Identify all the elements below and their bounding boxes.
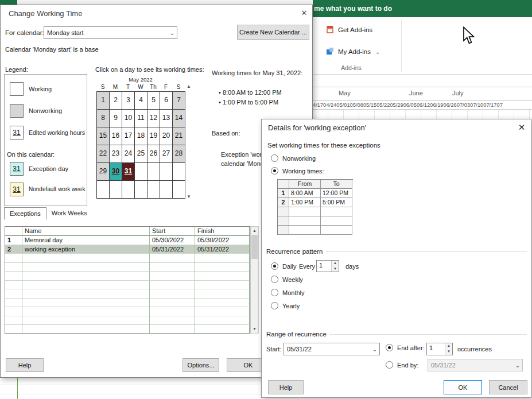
- calendar-day-cell[interactable]: 15: [97, 127, 110, 145]
- calendar-day-cell[interactable]: 29: [97, 163, 110, 181]
- table-cell: [22, 289, 150, 299]
- monthly-radio[interactable]: Monthly: [271, 289, 305, 296]
- column-header: [278, 180, 289, 189]
- table-cell: 2: [5, 245, 22, 254]
- calendar-day-cell[interactable]: 28: [173, 145, 185, 163]
- tab-work-weeks[interactable]: Work Weeks: [46, 207, 92, 220]
- table-row[interactable]: [5, 272, 250, 281]
- calendar-day-cell[interactable]: 9: [110, 110, 122, 127]
- calendar-day-cell[interactable]: 26: [147, 145, 160, 163]
- table-row[interactable]: [5, 263, 250, 272]
- table-row[interactable]: [278, 226, 353, 235]
- calendar-day-cell[interactable]: 25: [135, 145, 147, 163]
- table-row[interactable]: 21:00 PM5:00 PM: [278, 198, 353, 207]
- end-by-date-select: 05/31/22 ⌄: [428, 359, 523, 371]
- calendar-day-cell[interactable]: 2: [110, 92, 122, 110]
- cancel-button[interactable]: Cancel: [489, 380, 527, 394]
- calendar-day-cell[interactable]: 27: [160, 145, 173, 163]
- calendar-day-cell[interactable]: 13: [160, 110, 173, 127]
- table-cell: [195, 325, 250, 334]
- calendar-day-cell[interactable]: 4: [135, 92, 147, 110]
- stepper-up-icon[interactable]: ▲: [332, 261, 339, 266]
- yearly-radio[interactable]: Yearly: [271, 302, 300, 309]
- table-row[interactable]: [5, 289, 250, 299]
- monthly-label: Monthly: [282, 289, 305, 296]
- range-of-recurrence-label: Range of recurrence: [266, 331, 327, 338]
- table-row[interactable]: 18:00 AM12:00 PM: [278, 189, 353, 198]
- end-after-radio[interactable]: End after:: [386, 344, 425, 351]
- calendar-day-cell[interactable]: 3: [122, 92, 135, 110]
- calendar-day-cell[interactable]: 21: [173, 127, 185, 145]
- calendar-day-cell[interactable]: 5: [147, 92, 160, 110]
- exceptions-scrollbar[interactable]: ▲ ▼: [250, 226, 259, 334]
- close-icon[interactable]: ✕: [517, 122, 527, 133]
- radio-selected-icon: [271, 167, 278, 175]
- table-row[interactable]: [5, 299, 250, 308]
- calendar-day-cell[interactable]: 24: [122, 145, 135, 163]
- occurrences-stepper[interactable]: 1 ▲▼: [426, 343, 453, 355]
- table-cell: [150, 325, 195, 334]
- calendar-day-cell[interactable]: 16: [110, 127, 122, 145]
- table-row[interactable]: [5, 281, 250, 290]
- working-times-radio[interactable]: Working times:: [271, 167, 324, 175]
- help-button[interactable]: Help: [6, 358, 44, 372]
- end-by-radio[interactable]: End by:: [386, 361, 418, 369]
- table-row[interactable]: [5, 316, 250, 326]
- calendar-day-cell[interactable]: 1: [97, 92, 110, 110]
- calendar-day-cell[interactable]: 19: [147, 127, 160, 145]
- calendar-day-cell[interactable]: 6: [160, 92, 173, 110]
- table-row[interactable]: [5, 325, 250, 334]
- calendar-day-cell[interactable]: 20: [160, 127, 173, 145]
- ok-button[interactable]: OK: [444, 380, 482, 394]
- calendar-day-cell[interactable]: 17: [122, 127, 135, 145]
- tell-me-box[interactable]: me what you want to do: [313, 0, 532, 17]
- table-cell: [321, 216, 352, 226]
- close-icon[interactable]: ✕: [299, 8, 309, 18]
- calendar-day-cell[interactable]: 10: [122, 110, 135, 127]
- table-row[interactable]: [278, 216, 353, 226]
- table-row[interactable]: [5, 254, 250, 263]
- calendar-day-cell[interactable]: 30: [110, 163, 122, 181]
- nonworking-radio[interactable]: Nonworking: [271, 154, 316, 162]
- weekly-radio[interactable]: Weekly: [271, 276, 303, 283]
- table-row[interactable]: [5, 307, 250, 316]
- calendar-day-cell[interactable]: 7: [173, 92, 185, 110]
- stepper-down-icon[interactable]: ▼: [445, 349, 452, 355]
- calendar-select[interactable]: Monday start ⌄: [44, 26, 177, 39]
- help-button[interactable]: Help: [268, 380, 304, 394]
- table-row[interactable]: 1Memorial day05/30/202205/30/2022: [5, 236, 250, 245]
- table-cell: 1: [278, 189, 289, 198]
- scrollbar-thumb[interactable]: [251, 235, 258, 259]
- table-row[interactable]: 2working exception05/31/202205/31/2022: [5, 245, 250, 254]
- calendar-day-cell[interactable]: 31: [122, 163, 135, 181]
- create-new-calendar-button[interactable]: Create New Calendar ...: [237, 25, 309, 40]
- daily-radio[interactable]: Daily: [271, 262, 296, 270]
- every-days-stepper[interactable]: 1 ▲▼: [316, 260, 339, 272]
- calendar-scroll-down-icon[interactable]: ▼: [187, 195, 191, 199]
- calendar-day-cell[interactable]: 14: [173, 110, 185, 127]
- calendar-day-cell[interactable]: 18: [135, 127, 147, 145]
- calendar-day-cell[interactable]: 23: [110, 145, 122, 163]
- addins-icon: [325, 47, 335, 57]
- start-date-select[interactable]: 05/31/22 ⌄: [284, 343, 380, 355]
- base-calendar-text: Calendar 'Monday start' is a base: [5, 46, 99, 53]
- calendar-day-cell: [135, 181, 147, 199]
- chevron-down-icon: ⌄: [168, 30, 177, 36]
- tab-exceptions[interactable]: Exceptions: [4, 207, 46, 220]
- calendar-day-cell[interactable]: 22: [97, 145, 110, 163]
- stepper-up-icon[interactable]: ▲: [445, 343, 452, 349]
- table-row[interactable]: [278, 207, 353, 216]
- options-button[interactable]: Options...: [182, 358, 219, 372]
- table-cell: [5, 281, 22, 290]
- stepper-down-icon[interactable]: ▼: [332, 266, 339, 272]
- my-addins-button[interactable]: My Add-ins ⌄: [325, 45, 380, 58]
- scroll-down-icon[interactable]: ▼: [253, 325, 257, 333]
- calendar-day-header: W: [134, 84, 147, 91]
- screen: me what you want to do Get Add-ins My Ad…: [0, 0, 532, 399]
- get-addins-button[interactable]: Get Add-ins: [325, 24, 372, 36]
- calendar-scroll-up-icon[interactable]: ▲: [187, 84, 191, 89]
- calendar-day-cell[interactable]: 8: [97, 110, 110, 127]
- scroll-up-icon[interactable]: ▲: [253, 227, 257, 235]
- calendar-day-cell[interactable]: 11: [135, 110, 147, 127]
- calendar-day-cell[interactable]: 12: [147, 110, 160, 127]
